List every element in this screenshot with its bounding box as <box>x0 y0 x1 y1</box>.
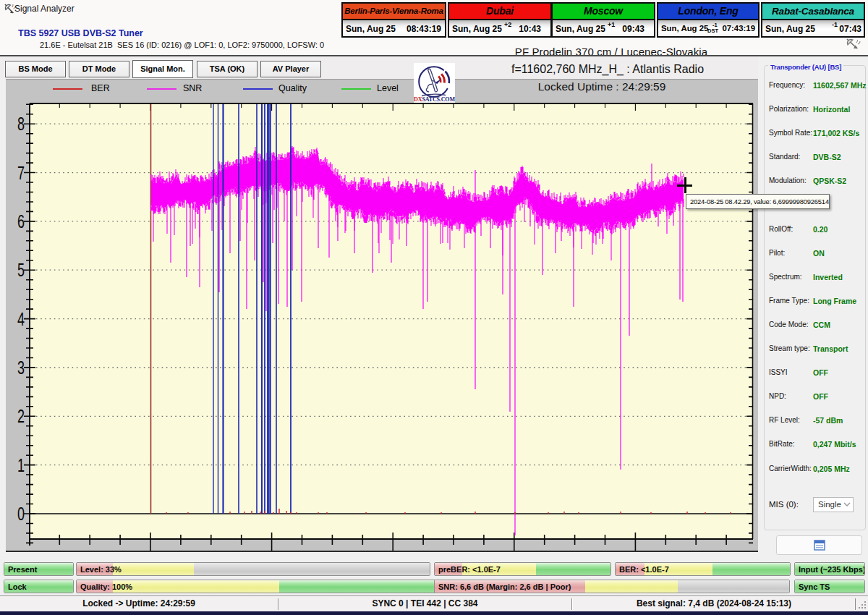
svg-text:3: 3 <box>17 357 25 378</box>
svg-text:DXSATCS.COM: DXSATCS.COM <box>414 96 455 103</box>
svg-text:7: 7 <box>17 162 25 184</box>
svg-text:6: 6 <box>17 211 25 232</box>
svg-text:0: 0 <box>17 503 25 525</box>
svg-text:2: 2 <box>17 405 25 427</box>
svg-text:1: 1 <box>17 454 25 476</box>
svg-text:5: 5 <box>17 259 25 281</box>
svg-text:8: 8 <box>17 113 25 135</box>
svg-text:4: 4 <box>17 308 25 330</box>
